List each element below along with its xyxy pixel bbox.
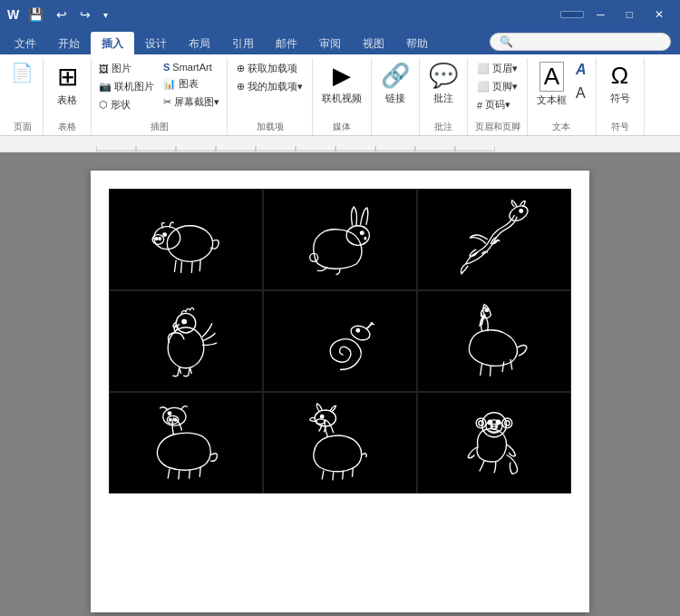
group-addins: ⊕ 获取加载项 ⊕ 我的加载项▾ 加载项 <box>228 58 313 135</box>
comment-btn[interactable]: 💬 批注 <box>425 60 461 107</box>
group-link: 🔗 链接 <box>372 58 420 135</box>
tab-layout[interactable]: 布局 <box>178 32 221 54</box>
svg-point-19 <box>346 226 369 246</box>
header-footer-col: ⬜ 页眉▾ ⬜ 页脚▾ # 页码▾ <box>473 60 521 113</box>
group-label-link <box>377 133 413 135</box>
tab-references[interactable]: 引用 <box>221 32 265 54</box>
ruler-svg <box>96 137 495 152</box>
svg-point-17 <box>159 238 161 240</box>
svg-point-42 <box>502 418 512 428</box>
tab-home[interactable]: 开始 <box>47 32 91 54</box>
footer-icon: ⬜ <box>477 81 490 93</box>
title-bar: W 💾 ↩ ↪ ▾ ─ □ ✕ <box>0 0 680 29</box>
smartart-btn[interactable]: S SmartArt <box>160 60 223 74</box>
page-number-btn[interactable]: # 页码▾ <box>473 96 521 113</box>
my-addins-icon: ⊕ <box>237 81 245 93</box>
close-button[interactable]: ✕ <box>646 5 673 24</box>
footer-btn[interactable]: ⬜ 页脚▾ <box>473 78 521 95</box>
redo-btn[interactable]: ↪ <box>76 5 94 24</box>
page-number-icon: # <box>477 100 482 111</box>
dropcap-btn[interactable]: A <box>572 83 590 103</box>
screenshot-label: 屏幕截图▾ <box>174 95 219 109</box>
comment-group-content: 💬 批注 <box>425 60 461 121</box>
smartart-icon: S <box>163 62 170 73</box>
tab-insert[interactable]: 插入 <box>91 32 134 54</box>
illus-col1: 🖼 图片 📷 联机图片 ⬡ 形状 <box>95 60 158 113</box>
zodiac-snake <box>263 290 417 392</box>
group-label-table: 表格 <box>49 121 85 135</box>
chart-btn[interactable]: 📊 图表 <box>160 75 223 93</box>
online-video-btn[interactable]: ▶ 联机视频 <box>318 60 365 107</box>
tab-mailings[interactable]: 邮件 <box>265 32 308 54</box>
monkey-svg <box>453 402 535 484</box>
group-comment: 💬 批注 批注 <box>420 58 468 135</box>
ribbon-search-bar[interactable]: 🔍 <box>490 33 671 51</box>
chart-label: 图表 <box>179 77 199 91</box>
svg-point-41 <box>479 421 483 425</box>
group-label-comment: 批注 <box>425 121 461 135</box>
svg-point-16 <box>155 238 158 240</box>
restore-button[interactable]: □ <box>617 5 642 24</box>
rabbit-svg <box>299 199 381 280</box>
svg-point-26 <box>182 319 187 324</box>
zodiac-horse <box>417 290 571 392</box>
tab-help[interactable]: 帮助 <box>395 32 439 54</box>
document-area <box>0 152 680 616</box>
get-addins-icon: ⊕ <box>237 63 245 74</box>
page-icon: 📄 <box>11 62 34 83</box>
online-picture-icon: 📷 <box>99 81 112 93</box>
wordart-btn[interactable]: A <box>572 60 590 80</box>
tab-design[interactable]: 设计 <box>134 32 178 54</box>
svg-point-36 <box>320 415 324 418</box>
zodiac-pig <box>109 189 263 290</box>
page-number-label: 页码▾ <box>485 98 510 112</box>
text-col: A A <box>572 60 590 103</box>
svg-point-13 <box>167 226 212 262</box>
online-picture-label: 联机图片 <box>114 80 154 93</box>
group-symbol: Ω 符号 符号 <box>597 58 645 135</box>
illus-col2: S SmartArt 📊 图表 ✂ 屏幕截图▾ <box>160 60 223 111</box>
table-btn[interactable]: ⊞ 表格 <box>49 60 85 109</box>
group-label-page: 页面 <box>7 121 37 135</box>
shape-btn[interactable]: ⬡ 形状 <box>95 96 158 113</box>
tab-file[interactable]: 文件 <box>4 32 47 54</box>
page-btn[interactable]: 📄 <box>7 60 37 85</box>
textbox-icon: A <box>539 62 564 92</box>
screenshot-btn[interactable]: ✂ 屏幕截图▾ <box>160 93 223 111</box>
group-page: 📄 页面 <box>2 58 44 135</box>
chart-icon: 📊 <box>163 78 176 90</box>
online-picture-btn[interactable]: 📷 联机图片 <box>95 78 158 95</box>
save-quick-btn[interactable]: 💾 <box>24 5 47 24</box>
header-btn[interactable]: ⬜ 页眉▾ <box>473 60 521 77</box>
my-addins-btn[interactable]: ⊕ 我的加载项▾ <box>233 78 306 95</box>
group-table: ⊞ 表格 表格 <box>44 58 92 135</box>
svg-point-29 <box>485 308 489 312</box>
page-group-content: 📄 <box>7 60 37 121</box>
document-page <box>91 171 589 612</box>
textbox-btn[interactable]: A 文本框 <box>533 60 570 109</box>
svg-point-40 <box>476 418 486 428</box>
tab-view[interactable]: 视图 <box>352 32 395 54</box>
header-footer-content: ⬜ 页眉▾ ⬜ 页脚▾ # 页码▾ <box>473 60 521 121</box>
addins-col: ⊕ 获取加载项 ⊕ 我的加载项▾ <box>233 60 306 95</box>
svg-point-34 <box>168 412 171 416</box>
get-addins-btn[interactable]: ⊕ 获取加载项 <box>233 60 306 77</box>
link-btn[interactable]: 🔗 链接 <box>377 60 413 107</box>
media-group-content: ▶ 联机视频 <box>318 60 365 121</box>
search-input[interactable] <box>517 36 661 47</box>
customize-quick-btn[interactable]: ▾ <box>100 8 112 22</box>
picture-btn[interactable]: 🖼 图片 <box>95 60 158 77</box>
smartart-label: SmartArt <box>172 62 211 73</box>
svg-point-20 <box>361 231 364 235</box>
goat-svg <box>299 402 381 484</box>
minimize-button[interactable]: ─ <box>588 5 614 24</box>
tab-review[interactable]: 审阅 <box>308 32 352 54</box>
undo-btn[interactable]: ↩ <box>53 5 71 24</box>
login-button[interactable] <box>560 11 584 18</box>
ribbon-tabs: 文件 开始 插入 设计 布局 引用 邮件 审阅 视图 帮助 🔍 <box>0 29 680 54</box>
symbol-btn[interactable]: Ω 符号 <box>602 60 638 107</box>
dragon-svg <box>453 199 535 280</box>
comment-icon: 💬 <box>429 62 458 90</box>
svg-point-30 <box>163 407 186 425</box>
zodiac-rooster <box>109 290 263 392</box>
